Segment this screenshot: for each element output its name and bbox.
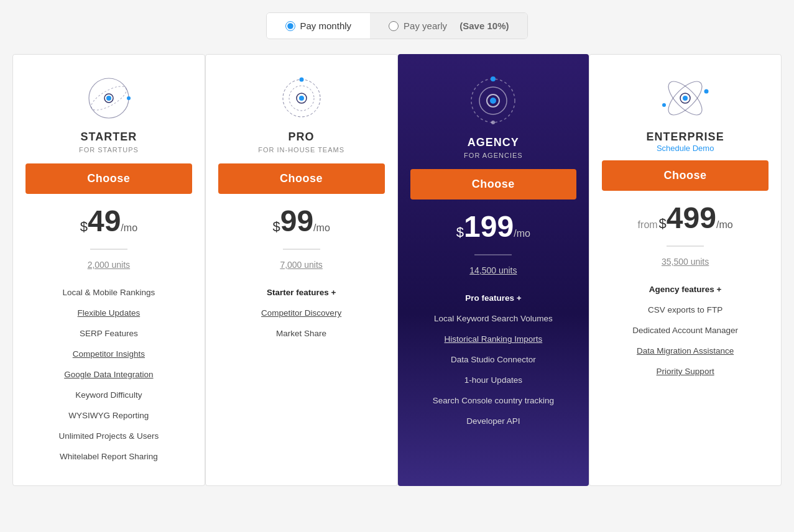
yearly-save: (Save 10%)	[459, 21, 509, 31]
features-list: Pro features +Local Keyword Search Volum…	[410, 288, 577, 431]
price-divider	[667, 245, 704, 247]
units-label: 7,000 units	[280, 260, 323, 270]
plan-icon	[84, 73, 134, 123]
price-currency: $	[456, 224, 464, 241]
plan-subtitle: FOR STARTUPS	[79, 146, 139, 154]
feature-item: 1-hour Updates	[410, 370, 577, 390]
feature-item: CSV exports to FTP	[602, 300, 769, 320]
choose-button[interactable]: Choose	[25, 163, 192, 194]
price-currency: $	[272, 219, 280, 235]
monthly-label: Pay monthly	[300, 21, 352, 31]
features-list: Agency features +CSV exports to FTPDedic…	[602, 279, 769, 382]
price-amount: 99	[280, 206, 313, 236]
billing-toggle[interactable]: Pay monthly Pay yearly (Save 10%)	[266, 12, 529, 39]
svg-point-3	[106, 96, 111, 101]
price-block: $ 199 /mo	[456, 212, 530, 242]
yearly-label: Pay yearly	[404, 21, 447, 31]
plan-icon	[465, 73, 521, 129]
feature-item: Data Migration Assistance	[602, 341, 769, 361]
feature-item: Whitelabel Report Sharing	[25, 446, 192, 467]
plan-subtitle: FOR AGENCIES	[464, 152, 523, 159]
units-label: 2,000 units	[88, 260, 131, 270]
feature-item: WYSIWYG Reporting	[25, 405, 192, 426]
svg-point-21	[662, 103, 666, 107]
svg-point-15	[491, 121, 495, 124]
feature-item: Market Share	[218, 323, 385, 344]
plan-card-agency: AGENCY FOR AGENCIES Choose $ 199 /mo 14,…	[398, 54, 589, 486]
monthly-radio[interactable]	[285, 21, 295, 31]
billing-toggle-container: Pay monthly Pay yearly (Save 10%)	[12, 12, 782, 39]
yearly-radio[interactable]	[389, 21, 399, 31]
price-amount: 499	[667, 203, 716, 233]
svg-point-8	[299, 96, 304, 101]
price-period: /mo	[514, 228, 530, 239]
plan-name: AGENCY	[468, 136, 519, 149]
price-period: /mo	[716, 219, 733, 231]
price-period: /mo	[313, 222, 330, 234]
feature-item: Dedicated Account Manager	[602, 320, 769, 341]
price-block: $ 99 /mo	[272, 206, 330, 236]
plan-name: STARTER	[81, 131, 137, 144]
yearly-option[interactable]: Pay yearly (Save 10%)	[370, 13, 527, 39]
price-from: from	[638, 219, 658, 231]
plan-name: ENTERPRISE	[647, 131, 724, 144]
plan-name: PRO	[289, 131, 315, 144]
feature-item: Data Studio Connector	[410, 349, 577, 370]
price-divider	[474, 254, 512, 255]
plan-card-enterprise: ENTERPRISE Schedule Demo Choose from $ 4…	[589, 54, 782, 486]
svg-point-13	[490, 98, 496, 104]
svg-point-19	[683, 96, 688, 101]
svg-point-4	[127, 96, 131, 100]
plan-card-pro: PRO FOR IN-HOUSE TEAMS Choose $ 99 /mo 7…	[205, 54, 398, 486]
choose-button[interactable]: Choose	[218, 163, 385, 194]
plan-card-starter: STARTER FOR STARTUPS Choose $ 49 /mo 2,0…	[12, 54, 205, 486]
feature-item: Historical Ranking Imports	[410, 329, 577, 349]
feature-item: Keyword Difficulty	[25, 385, 192, 405]
price-currency: $	[659, 216, 667, 232]
feature-item: Starter features +	[218, 282, 385, 303]
choose-button[interactable]: Choose	[602, 160, 769, 191]
price-block: from $ 499 /mo	[638, 203, 733, 233]
feature-item: Local & Mobile Rankings	[25, 282, 192, 303]
units-label: 35,500 units	[662, 257, 709, 267]
choose-button[interactable]: Choose	[410, 169, 577, 200]
plan-icon	[660, 73, 710, 123]
svg-point-14	[491, 76, 496, 81]
price-currency: $	[80, 219, 88, 235]
feature-item: SERP Features	[25, 323, 192, 344]
plan-icon	[277, 73, 326, 123]
price-divider	[90, 249, 127, 250]
feature-item: Flexible Updates	[25, 303, 192, 323]
feature-item: Search Console country tracking	[410, 390, 577, 411]
schedule-demo-link[interactable]: Schedule Demo	[657, 144, 714, 153]
feature-item: Pro features +	[410, 288, 577, 308]
features-list: Local & Mobile RankingsFlexible UpdatesS…	[25, 282, 192, 467]
price-amount: 199	[464, 212, 514, 242]
plans-container: STARTER FOR STARTUPS Choose $ 49 /mo 2,0…	[12, 54, 782, 486]
price-period: /mo	[121, 222, 137, 234]
features-list: Starter features +Competitor DiscoveryMa…	[218, 282, 385, 344]
feature-item: Agency features +	[602, 279, 769, 300]
price-block: $ 49 /mo	[80, 206, 137, 236]
feature-item: Developer API	[410, 411, 577, 431]
price-amount: 49	[88, 206, 121, 236]
feature-item: Google Data Integration	[25, 364, 192, 385]
feature-item: Competitor Insights	[25, 344, 192, 364]
feature-item: Unlimited Projects & Users	[25, 426, 192, 446]
svg-point-9	[299, 78, 303, 82]
price-divider	[283, 249, 320, 250]
feature-item: Local Keyword Search Volumes	[410, 308, 577, 329]
feature-item: Competitor Discovery	[218, 303, 385, 323]
svg-point-20	[704, 89, 709, 94]
units-label: 14,500 units	[469, 265, 517, 275]
monthly-option[interactable]: Pay monthly	[267, 13, 371, 39]
plan-subtitle: FOR IN-HOUSE TEAMS	[258, 146, 344, 154]
feature-item: Priority Support	[602, 361, 769, 382]
